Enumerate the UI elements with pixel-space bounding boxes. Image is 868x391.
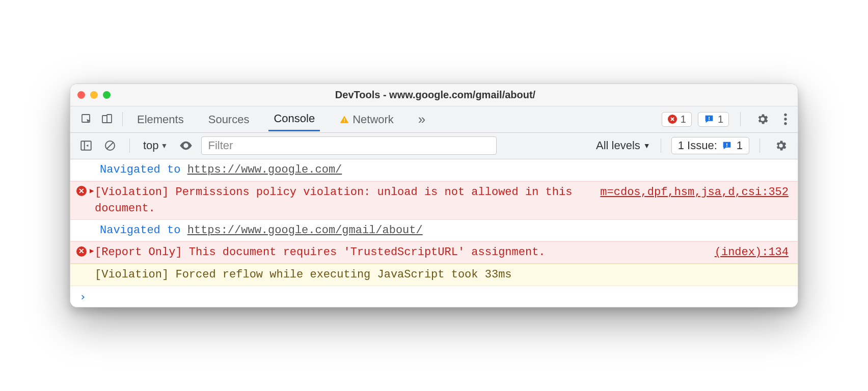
svg-rect-13 <box>726 144 727 146</box>
log-row-navigation: Navigated to https://www.google.com/ <box>70 159 798 181</box>
sidebar-icon <box>79 139 93 152</box>
issues-count: 1 <box>718 114 723 125</box>
issue-icon <box>703 114 715 125</box>
tab-network-label: Network <box>352 113 394 126</box>
nav-url-link[interactable]: https://www.google.com/gmail/about/ <box>187 224 423 237</box>
chevron-down-icon: ▼ <box>161 142 168 150</box>
eye-icon <box>179 140 193 151</box>
tab-console[interactable]: Console <box>268 107 320 131</box>
main-tabbar: Elements Sources Console Network » 1 1 <box>70 106 798 133</box>
console-log: Navigated to https://www.google.com/ ✕ ▶… <box>70 159 798 307</box>
nav-prefix: Navigated to <box>100 163 187 176</box>
nav-prefix: Navigated to <box>100 224 187 237</box>
window-title: DevTools - www.google.com/gmail/about/ <box>111 89 760 101</box>
panel-tabs: Elements Sources Console Network » <box>132 107 430 131</box>
svg-rect-4 <box>344 121 345 122</box>
tab-elements[interactable]: Elements <box>132 108 189 131</box>
gear-icon <box>756 113 769 126</box>
issues-badge[interactable]: 1 <box>698 112 729 127</box>
svg-point-8 <box>784 114 786 116</box>
log-message: [Report Only] This document requires 'Tr… <box>95 244 702 261</box>
svg-point-9 <box>784 118 786 121</box>
log-source-link[interactable]: (index):134 <box>715 244 789 261</box>
log-row-navigation: Navigated to https://www.google.com/gmai… <box>70 220 798 242</box>
titlebar: DevTools - www.google.com/gmail/about/ <box>70 84 798 106</box>
tab-sources[interactable]: Sources <box>203 108 255 131</box>
separator <box>760 138 760 153</box>
show-console-sidebar-button[interactable] <box>76 137 96 154</box>
svg-rect-6 <box>709 117 710 119</box>
device-toolbar-icon[interactable] <box>97 110 117 128</box>
expand-arrow-icon[interactable]: ▶ <box>90 246 96 256</box>
kebab-icon <box>783 113 788 126</box>
context-selector[interactable]: top ▼ <box>140 139 171 152</box>
issues-btn-label: 1 Issue: <box>678 139 717 152</box>
settings-button[interactable] <box>752 110 773 128</box>
gear-icon <box>774 139 788 152</box>
errors-badge[interactable]: 1 <box>662 112 692 127</box>
log-levels-selector[interactable]: All levels ▼ <box>596 139 650 152</box>
log-message: [Violation] Forced reflow while executin… <box>95 267 789 283</box>
minimize-window-button[interactable] <box>90 91 98 99</box>
tab-network[interactable]: Network <box>334 108 399 131</box>
separator <box>122 112 123 126</box>
issues-btn-count: 1 <box>737 139 743 152</box>
svg-rect-14 <box>726 146 727 147</box>
chevron-down-icon: ▼ <box>643 142 650 150</box>
context-label: top <box>143 139 159 152</box>
console-prompt[interactable]: › <box>70 286 798 307</box>
svg-rect-3 <box>344 118 345 120</box>
expand-arrow-icon[interactable]: ▶ <box>90 186 96 196</box>
more-tabs-button[interactable]: » <box>413 111 430 127</box>
levels-label: All levels <box>596 139 640 152</box>
log-row-error: ✕ ▶ [Violation] Permissions policy viola… <box>70 181 798 220</box>
inspect-element-icon[interactable] <box>76 110 97 128</box>
prompt-chevron-icon: › <box>79 290 86 303</box>
console-toolbar: top ▼ All levels ▼ 1 Issue: 1 <box>70 133 798 159</box>
log-row-violation: [Violation] Forced reflow while executin… <box>70 264 798 286</box>
error-icon: ✕ <box>76 186 87 196</box>
open-issues-button[interactable]: 1 Issue: 1 <box>671 137 749 154</box>
separator <box>661 138 661 153</box>
log-message: [Violation] Permissions policy violation… <box>95 184 588 217</box>
log-row-error: ✕ ▶ [Report Only] This document requires… <box>70 241 798 264</box>
nav-url-link[interactable]: https://www.google.com/ <box>187 163 342 176</box>
zoom-window-button[interactable] <box>103 91 111 99</box>
separator <box>129 138 130 153</box>
separator <box>740 112 741 126</box>
svg-point-10 <box>784 122 786 125</box>
filter-input[interactable] <box>201 136 497 155</box>
more-options-button[interactable] <box>779 110 792 128</box>
error-icon <box>667 114 677 124</box>
issue-icon <box>721 140 733 151</box>
clear-console-button[interactable] <box>101 137 119 154</box>
log-source-link[interactable]: m=cdos,dpf,hsm,jsa,d,csi:352 <box>600 184 789 201</box>
close-window-button[interactable] <box>77 91 85 99</box>
errors-count: 1 <box>681 114 686 125</box>
window-controls <box>77 91 111 99</box>
svg-rect-7 <box>709 119 710 120</box>
svg-rect-2 <box>107 115 112 123</box>
live-expression-button[interactable] <box>176 140 196 151</box>
devtools-window: DevTools - www.google.com/gmail/about/ E… <box>70 83 798 308</box>
warning-icon <box>339 115 349 125</box>
console-settings-button[interactable] <box>770 137 792 154</box>
error-icon: ✕ <box>76 246 87 257</box>
clear-icon <box>104 139 116 152</box>
